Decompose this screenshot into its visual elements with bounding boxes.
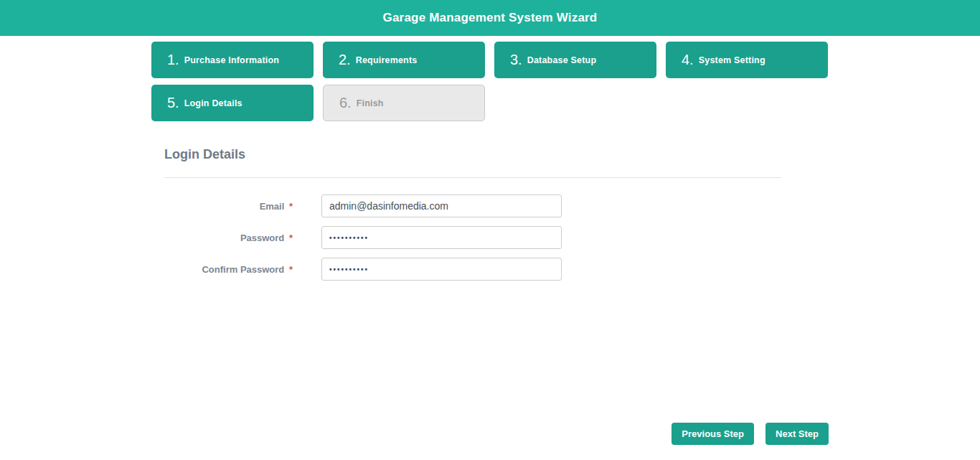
step-label: Finish: [357, 98, 384, 108]
wizard-title: Garage Management System Wizard: [383, 11, 598, 25]
password-input[interactable]: [321, 226, 562, 249]
password-field-row: Password *: [164, 226, 781, 249]
step-tab-database-setup[interactable]: 3. Database Setup: [494, 42, 656, 78]
required-asterisk: *: [289, 264, 293, 275]
step-tab-purchase-information[interactable]: 1. Purchase Information: [151, 42, 314, 78]
section-divider: [164, 177, 781, 178]
confirm-password-field-row: Confirm Password *: [164, 258, 781, 281]
step-label: Purchase Information: [184, 55, 280, 65]
step-tab-finish: 6. Finish: [323, 85, 485, 121]
step-tab-requirements[interactable]: 2. Requirements: [323, 42, 485, 78]
confirm-password-label-text: Confirm Password: [202, 264, 284, 275]
required-asterisk: *: [289, 233, 293, 243]
confirm-password-input[interactable]: [321, 258, 562, 281]
email-input[interactable]: [321, 194, 562, 217]
email-field-row: Email *: [164, 194, 781, 217]
step-number: 2.: [339, 52, 351, 68]
step-number: 4.: [682, 52, 694, 68]
password-label-text: Password: [240, 233, 284, 243]
required-asterisk: *: [289, 201, 293, 212]
step-number: 3.: [510, 52, 522, 68]
previous-step-button[interactable]: Previous Step: [672, 423, 754, 445]
step-label: Login Details: [184, 98, 242, 108]
step-number: 1.: [167, 52, 179, 68]
step-number: 6.: [339, 95, 352, 111]
step-label: Requirements: [356, 55, 418, 65]
login-details-section: Login Details Email * Password * Confirm…: [164, 147, 781, 289]
app-header: Garage Management System Wizard: [0, 0, 980, 36]
login-details-form: Email * Password * Confirm Password *: [164, 194, 781, 281]
confirm-password-label: Confirm Password *: [164, 264, 321, 275]
footer-actions: Previous Step Next Step: [672, 423, 829, 445]
step-tab-login-details[interactable]: 5. Login Details: [151, 85, 314, 121]
step-label: System Setting: [699, 55, 765, 65]
password-label: Password *: [164, 233, 321, 243]
wizard-steps: 1. Purchase Information 2. Requirements …: [151, 42, 840, 121]
step-label: Database Setup: [527, 55, 597, 65]
next-step-button[interactable]: Next Step: [765, 423, 829, 445]
email-label: Email *: [164, 201, 321, 212]
step-number: 5.: [167, 95, 179, 111]
step-tab-system-setting[interactable]: 4. System Setting: [666, 42, 828, 78]
section-title: Login Details: [164, 147, 781, 162]
email-label-text: Email: [260, 201, 285, 212]
